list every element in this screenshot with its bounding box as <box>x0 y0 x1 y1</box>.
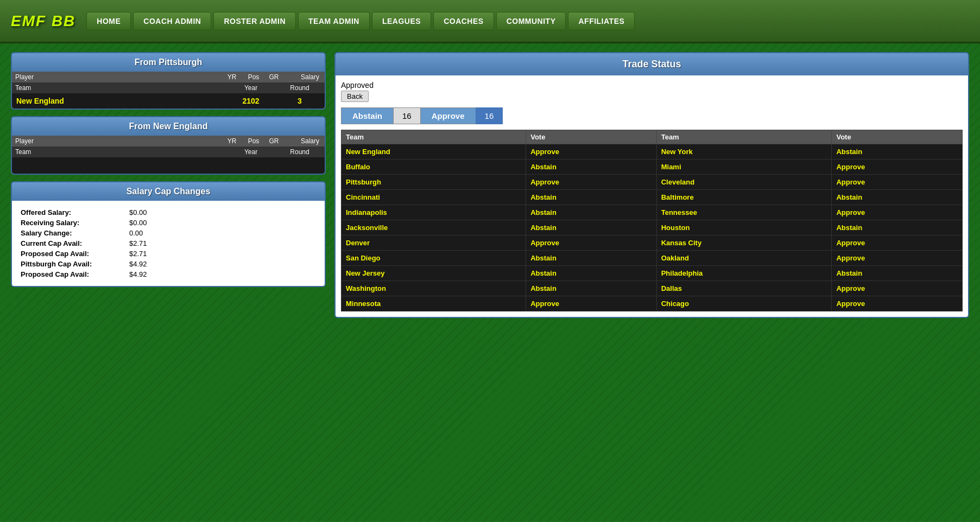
vote2-cell: Abstain <box>832 266 963 281</box>
vote-table-row: Cincinnati Abstain Baltimore Abstain <box>342 190 963 205</box>
vote2-cell: Approve <box>832 296 963 311</box>
salary-label: Offered Salary: <box>21 208 129 217</box>
team1-cell: Minnesota <box>342 296 526 311</box>
site-logo: EMF BB <box>11 12 75 30</box>
from-pittsburgh-year: 2102 <box>224 97 278 105</box>
year-subheader-ne: Year <box>224 148 278 156</box>
col-team1-header: Team <box>342 130 526 144</box>
trade-subheader-ne: Team Year Round <box>12 147 325 157</box>
salary-value: $0.00 <box>129 208 147 217</box>
salary-value: $2.71 <box>129 250 147 258</box>
team2-cell: Oakland <box>656 251 832 266</box>
team1-cell: San Diego <box>342 251 526 266</box>
team-subheader-ne: Team <box>15 148 224 156</box>
team1-cell: New England <box>342 144 526 160</box>
left-panel: From Pittsburgh Player YR Pos GR Salary … <box>11 52 326 318</box>
team2-cell: Miami <box>656 160 832 175</box>
approve-button[interactable]: Approve <box>420 107 476 124</box>
from-pittsburgh-round: 3 <box>278 97 321 105</box>
vote-table-row: Denver Approve Kansas City Approve <box>342 235 963 251</box>
salary-row: Offered Salary:$0.00 <box>21 207 316 218</box>
year-subheader: Year <box>224 84 278 92</box>
team1-cell: Buffalo <box>342 160 526 175</box>
vote2-cell: Approve <box>832 160 963 175</box>
yr-col-ne: YR <box>221 137 243 145</box>
team1-cell: Indianapolis <box>342 205 526 220</box>
team1-cell: Denver <box>342 235 526 251</box>
approve-count: 16 <box>476 107 503 124</box>
from-pittsburgh-content: Player YR Pos GR Salary Team Year Round … <box>12 72 325 109</box>
trade-status-content: Approved Back Abstain 16 Approve 16 Team… <box>336 75 968 317</box>
team1-cell: Cincinnati <box>342 190 526 205</box>
salary-col-ne: Salary <box>283 137 321 145</box>
vote1-cell: Approve <box>526 235 657 251</box>
salary-value: $4.92 <box>129 270 147 278</box>
abstain-button[interactable]: Abstain <box>341 107 393 124</box>
from-pittsburgh-data-row: New England 2102 3 <box>12 93 325 109</box>
trade-status-title: Trade Status <box>336 53 968 75</box>
nav-roster-admin[interactable]: ROSTER ADMIN <box>213 12 296 30</box>
back-button[interactable]: Back <box>341 91 369 102</box>
player-col-ne: Player <box>15 137 221 145</box>
salary-row: Receiving Salary:$0.00 <box>21 218 316 228</box>
team2-cell: Baltimore <box>656 190 832 205</box>
salary-label: Current Cap Avail: <box>21 239 129 247</box>
vote-table-row: Washington Abstain Dallas Approve <box>342 281 963 296</box>
abstain-count: 16 <box>393 107 420 124</box>
team2-cell: Chicago <box>656 296 832 311</box>
vote2-cell: Approve <box>832 175 963 190</box>
salary-cap-content: Offered Salary:$0.00Receiving Salary:$0.… <box>12 201 325 286</box>
vote1-cell: Approve <box>526 144 657 160</box>
salary-label: Pittsburgh Cap Avail: <box>21 260 129 268</box>
col-team2-header: Team <box>656 130 832 144</box>
from-pittsburgh-panel: From Pittsburgh Player YR Pos GR Salary … <box>11 52 326 110</box>
nav-affiliates[interactable]: AFFILIATES <box>568 12 635 30</box>
yr-col-header: YR <box>221 73 243 81</box>
vote-table-row: Minnesota Approve Chicago Approve <box>342 296 963 311</box>
vote1-cell: Abstain <box>526 205 657 220</box>
salary-cap-panel: Salary Cap Changes Offered Salary:$0.00R… <box>11 181 326 287</box>
salary-value: $4.92 <box>129 260 147 268</box>
team1-cell: Washington <box>342 281 526 296</box>
col-vote1-header: Vote <box>526 130 657 144</box>
from-pittsburgh-team: New England <box>15 97 224 105</box>
vote2-cell: Approve <box>832 251 963 266</box>
nav-team-admin[interactable]: TEAM ADMIN <box>298 12 370 30</box>
from-new-england-content: Player YR Pos GR Salary Team Year Round <box>12 136 325 174</box>
salary-row: Current Cap Avail:$2.71 <box>21 238 316 249</box>
team2-cell: Cleveland <box>656 175 832 190</box>
vote1-cell: Abstain <box>526 190 657 205</box>
from-new-england-title: From New England <box>12 117 325 136</box>
salary-label: Salary Change: <box>21 229 129 237</box>
vote2-cell: Abstain <box>832 190 963 205</box>
nav-community[interactable]: COMMUNITY <box>496 12 566 30</box>
navbar: EMF BB HOME COACH ADMIN ROSTER ADMIN TEA… <box>0 0 980 43</box>
vote1-cell: Abstain <box>526 281 657 296</box>
vote1-cell: Abstain <box>526 266 657 281</box>
trade-subheader: Team Year Round <box>12 82 325 93</box>
vote-summary: Abstain 16 Approve 16 <box>341 107 963 124</box>
salary-label: Proposed Cap Avail: <box>21 270 129 278</box>
nav-coaches[interactable]: COACHES <box>433 12 494 30</box>
right-panel: Trade Status Approved Back Abstain 16 Ap… <box>334 52 969 318</box>
nav-items: HOME COACH ADMIN ROSTER ADMIN TEAM ADMIN… <box>86 12 635 30</box>
vote2-cell: Abstain <box>832 220 963 235</box>
nav-leagues[interactable]: LEAGUES <box>372 12 431 30</box>
team2-cell: Dallas <box>656 281 832 296</box>
salary-cap-title: Salary Cap Changes <box>12 182 325 201</box>
vote1-cell: Approve <box>526 175 657 190</box>
vote-table-row: New England Approve New York Abstain <box>342 144 963 160</box>
nav-home[interactable]: HOME <box>86 12 131 30</box>
trade-header: Player YR Pos GR Salary <box>12 72 325 82</box>
salary-row: Salary Change:0.00 <box>21 228 316 238</box>
gr-col-header: GR <box>264 73 283 81</box>
vote-table-row: Buffalo Abstain Miami Approve <box>342 160 963 175</box>
nav-coach-admin[interactable]: COACH ADMIN <box>133 12 211 30</box>
salary-row: Proposed Cap Avail:$4.92 <box>21 269 316 279</box>
team2-cell: Tennessee <box>656 205 832 220</box>
team-subheader: Team <box>15 84 224 92</box>
team2-cell: Philadelphia <box>656 266 832 281</box>
from-new-england-panel: From New England Player YR Pos GR Salary… <box>11 116 326 175</box>
salary-value: $0.00 <box>129 219 147 227</box>
round-subheader: Round <box>278 84 321 92</box>
